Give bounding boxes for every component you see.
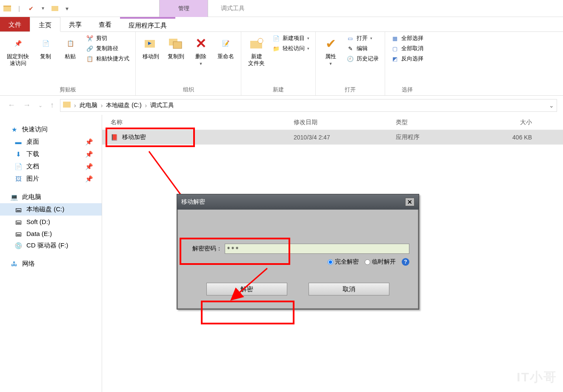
tab-home[interactable]: 主页 xyxy=(30,17,60,32)
chevron-right-icon[interactable]: › xyxy=(145,102,147,109)
watermark: IT小哥 xyxy=(517,369,557,386)
sidebar-data[interactable]: 🖴Data (E:) xyxy=(0,227,102,239)
svg-rect-8 xyxy=(63,102,71,108)
history-button[interactable]: 🕘历史记录 xyxy=(345,54,380,63)
copypath-button[interactable]: 🔗复制路径 xyxy=(84,44,131,53)
newitem-button[interactable]: 📄新建项目 ▾ xyxy=(271,34,311,43)
file-row[interactable]: 📕移动加密 2010/3/4 2:47 应用程序 406 KB xyxy=(102,130,563,145)
up-button[interactable]: ↑ xyxy=(49,99,56,111)
annotation-box xyxy=(201,301,294,324)
help-icon[interactable]: ? xyxy=(402,258,409,266)
sidebar-desktop[interactable]: ▬桌面📌 xyxy=(0,136,102,148)
radio-temp[interactable]: 临时解开 xyxy=(365,258,396,266)
qat-dropdown-icon[interactable]: ▾ xyxy=(62,4,71,13)
selectnone-button[interactable]: ▢全部取消 xyxy=(389,44,425,53)
chevron-down-icon: ▼ xyxy=(329,62,333,66)
network-icon: 🖧 xyxy=(10,260,18,268)
radio-full[interactable]: 完全解密 xyxy=(328,258,359,266)
crumb-folder[interactable]: 调式工具 xyxy=(150,102,174,109)
sidebar-quick-access[interactable]: ★快速访问 xyxy=(0,123,102,136)
breadcrumb[interactable]: › 此电脑 › 本地磁盘 (C:) › 调式工具 ⌄ xyxy=(60,99,557,112)
column-headers: 名称 修改日期 类型 大小 xyxy=(102,115,563,130)
address-dropdown[interactable]: ⌄ xyxy=(549,102,554,109)
col-date[interactable]: 修改日期 xyxy=(294,119,396,126)
shortcut-icon: 📋 xyxy=(86,55,94,62)
check-icon: ✔ xyxy=(323,35,339,51)
app-icon: 📕 xyxy=(111,134,118,141)
chevron-right-icon[interactable]: › xyxy=(101,102,103,109)
tab-view[interactable]: 查看 xyxy=(90,17,120,31)
cut-button[interactable]: ✂️剪切 xyxy=(84,34,131,43)
tab-file[interactable]: 文件 xyxy=(0,17,30,31)
dialog-titlebar[interactable]: 移动解密 ✕ xyxy=(177,194,419,210)
svg-rect-1 xyxy=(3,7,11,11)
chevron-down-icon: ▼ xyxy=(199,62,203,66)
dialog-title: 移动解密 xyxy=(181,198,205,206)
radio-temp-input[interactable] xyxy=(365,259,370,265)
copyto-button[interactable]: 复制到 xyxy=(165,34,187,62)
selectnone-icon: ▢ xyxy=(391,45,399,52)
file-list: 名称 修改日期 类型 大小 📕移动加密 2010/3/4 2:47 应用程序 4… xyxy=(102,115,563,392)
drive-icon: 🖴 xyxy=(14,218,22,225)
x-icon: ✕ xyxy=(193,35,209,51)
moveto-button[interactable]: 移动到 xyxy=(140,34,162,62)
group-label: 剪贴板 xyxy=(4,85,131,94)
properties-button[interactable]: ✔属性▼ xyxy=(320,34,341,68)
sidebar-downloads[interactable]: ⬇下载📌 xyxy=(0,148,102,160)
crumb-thispc[interactable]: 此电脑 xyxy=(80,102,97,109)
copyto-icon xyxy=(168,35,184,51)
radio-full-input[interactable] xyxy=(328,259,333,265)
delete-button[interactable]: ✕删除▼ xyxy=(190,34,211,68)
chevron-down-icon[interactable]: ▼ xyxy=(38,4,48,13)
cancel-button[interactable]: 取消 xyxy=(309,283,389,295)
pin-button[interactable]: 📌固定到快 速访问 xyxy=(4,34,31,68)
edit-button[interactable]: ✎编辑 xyxy=(345,44,380,53)
sidebar-cd[interactable]: 💿CD 驱动器 (F:) xyxy=(0,239,102,252)
newfolder-icon xyxy=(249,35,265,51)
drive-icon: 🖴 xyxy=(14,230,22,237)
forward-button[interactable]: → xyxy=(21,99,32,111)
recent-dropdown[interactable]: ⌄ xyxy=(37,101,44,110)
decrypt-button[interactable]: 解密 xyxy=(206,283,287,295)
svg-rect-2 xyxy=(51,6,58,11)
window-title: 调式工具 xyxy=(208,5,245,12)
folder-small-icon[interactable] xyxy=(50,4,60,13)
sidebar-cdrive[interactable]: 🖴本地磁盘 (C:) xyxy=(0,203,102,216)
tab-share[interactable]: 共享 xyxy=(60,17,90,31)
selectall-button[interactable]: ▦全部选择 xyxy=(389,34,425,43)
back-button[interactable]: ← xyxy=(6,99,17,111)
sidebar-documents[interactable]: 📄文档📌 xyxy=(0,160,102,173)
edit-icon: ✎ xyxy=(346,45,354,52)
paste-shortcut-button[interactable]: 📋粘贴快捷方式 xyxy=(84,54,131,63)
svg-rect-5 xyxy=(173,42,182,48)
selectall-icon: ▦ xyxy=(391,34,399,42)
context-tab-manage[interactable]: 管理 xyxy=(159,0,208,17)
rename-button[interactable]: 📝重命名 xyxy=(215,34,237,62)
group-select: ▦全部选择 ▢全部取消 ◩反向选择 选择 xyxy=(385,32,429,95)
moveto-icon xyxy=(143,35,159,51)
crumb-drive[interactable]: 本地磁盘 (C:) xyxy=(106,102,141,109)
tab-app-tools[interactable]: 应用程序工具 xyxy=(120,17,175,31)
sidebar-pictures[interactable]: 🖼图片📌 xyxy=(0,173,102,185)
check-icon[interactable]: ✔ xyxy=(26,4,36,13)
open-button[interactable]: ▭打开 ▾ xyxy=(345,34,380,43)
paste-button[interactable]: 📋粘贴 xyxy=(60,34,81,62)
invert-button[interactable]: ◩反向选择 xyxy=(389,54,425,63)
copy-button[interactable]: 📄复制 xyxy=(35,34,56,62)
chevron-right-icon[interactable]: › xyxy=(74,102,76,109)
sidebar-thispc[interactable]: 💻此电脑 xyxy=(0,191,102,203)
col-name[interactable]: 名称 xyxy=(111,119,294,126)
newfolder-button[interactable]: 新建 文件夹 xyxy=(246,34,267,68)
sidebar-soft[interactable]: 🖴Soft (D:) xyxy=(0,216,102,227)
easyaccess-button[interactable]: 📁轻松访问 ▾ xyxy=(271,44,311,53)
pin-icon: 📌 xyxy=(85,151,93,158)
password-label: 解密密码： xyxy=(186,245,225,253)
password-input[interactable] xyxy=(225,244,409,254)
pin-icon: 📌 xyxy=(85,175,93,183)
close-button[interactable]: ✕ xyxy=(405,198,414,206)
col-type[interactable]: 类型 xyxy=(396,119,481,126)
col-size[interactable]: 大小 xyxy=(481,119,540,126)
sidebar-network[interactable]: 🖧网络 xyxy=(0,258,102,270)
history-icon: 🕘 xyxy=(346,55,354,62)
path-icon: 🔗 xyxy=(86,45,94,52)
